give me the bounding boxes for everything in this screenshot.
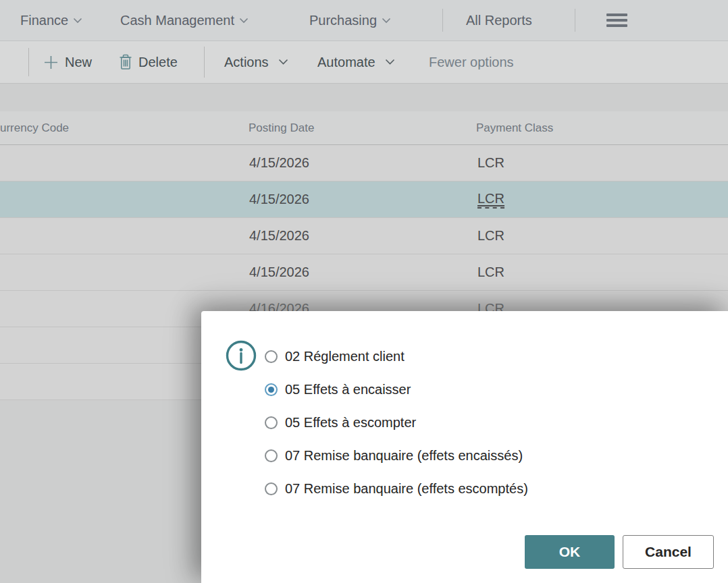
nav-menu-label: Finance [20,13,68,28]
radio-option-label: 07 Remise banquaire (effets encaissés) [285,448,523,464]
posting-date-cell[interactable]: 4/15/2026 [249,254,309,290]
radio-option-label: 05 Effets à encaisser [285,382,411,397]
column-header-payment-class[interactable]: Payment Class [476,111,553,144]
fewer-options-button[interactable]: Fewer options [429,41,514,83]
posting-date-cell[interactable]: 4/15/2026 [249,145,309,181]
radio-option-label: 05 Effets à escompter [285,415,416,431]
radio-option-label: 07 Remise banquaire (effets escomptés) [285,481,528,497]
chevron-down-icon [278,59,288,65]
action-bar-divider [28,48,29,76]
chevron-down-icon [385,59,395,65]
new-button[interactable]: New [43,41,92,83]
posting-date-cell[interactable]: 4/15/2026 [249,218,309,254]
action-bar-divider [204,47,205,78]
posting-date-cell[interactable]: 4/15/2026 [249,182,309,217]
new-button-label: New [65,55,92,70]
radio-unchecked-icon[interactable] [265,482,278,495]
radio-option[interactable]: 07 Remise banquaire (effets encaissés) [265,448,528,463]
radio-group: 02 Réglement client 05 Effets à encaisse… [265,349,528,514]
payment-class-cell[interactable]: LCR [477,182,504,217]
radio-checked-icon[interactable] [265,383,278,396]
payment-class-cell[interactable]: LCR [477,145,504,181]
radio-option-label: 02 Réglement client [285,349,405,364]
table-row[interactable]: 4/15/2026 LCR [0,145,728,182]
nav-divider [575,9,575,32]
radio-option[interactable]: 07 Remise banquaire (effets escomptés) [265,481,528,496]
actions-dropdown-label: Actions [224,55,269,70]
ok-button[interactable]: OK [525,535,615,569]
payment-class-cell[interactable]: LCR [477,218,504,254]
column-header-currency-code[interactable]: urrency Code [0,111,69,144]
delete-button-label: Delete [138,55,178,70]
nav-item-all-reports[interactable]: All Reports [466,0,532,40]
payment-class-drilldown-link[interactable]: LCR [477,191,504,209]
automate-dropdown[interactable]: Automate [317,41,395,83]
table-row[interactable]: 4/15/2026 LCR [0,218,728,254]
app-window: Finance Cash Management Purchasing All R… [0,0,728,583]
cancel-button[interactable]: Cancel [623,535,714,569]
payment-class-cell[interactable]: LCR [477,254,504,290]
nav-menu-finance[interactable]: Finance [20,0,82,40]
trash-icon [119,54,132,70]
nav-divider [442,9,443,32]
nav-menu-label: Cash Management [120,13,234,28]
plus-icon [43,55,59,70]
nav-menu-cash-management[interactable]: Cash Management [120,0,249,40]
nav-menu-label: Purchasing [309,13,377,28]
automate-dropdown-label: Automate [317,55,375,70]
radio-unchecked-icon[interactable] [265,449,278,462]
chevron-down-icon [239,18,249,24]
table-row[interactable]: 4/15/2026 LCR [0,254,728,291]
radio-option-selected[interactable]: 05 Effets à encaisser [265,382,528,397]
radio-option[interactable]: 05 Effets à escompter [265,415,528,430]
payment-class-dialog: 02 Réglement client 05 Effets à encaisse… [201,311,728,583]
table-row-selected[interactable]: 4/15/2026 LCR [0,182,728,218]
info-icon [226,340,257,371]
menu-hamburger-icon[interactable] [606,0,627,40]
action-bar: New Delete Actions Automate Fewer option… [0,41,728,84]
actions-dropdown[interactable]: Actions [224,41,288,83]
radio-option[interactable]: 02 Réglement client [265,349,528,364]
chevron-down-icon [382,18,391,24]
column-header-posting-date[interactable]: Posting Date [249,111,314,144]
nav-menu-purchasing[interactable]: Purchasing [309,0,391,40]
radio-unchecked-icon[interactable] [265,416,278,429]
fewer-options-label: Fewer options [429,55,514,70]
nav-item-label: All Reports [466,13,532,28]
table-header-row: urrency Code Posting Date Payment Class [0,111,728,145]
chevron-down-icon [73,18,82,24]
radio-unchecked-icon[interactable] [265,350,278,363]
top-navigation-bar: Finance Cash Management Purchasing All R… [0,0,728,41]
delete-button[interactable]: Delete [119,41,178,83]
